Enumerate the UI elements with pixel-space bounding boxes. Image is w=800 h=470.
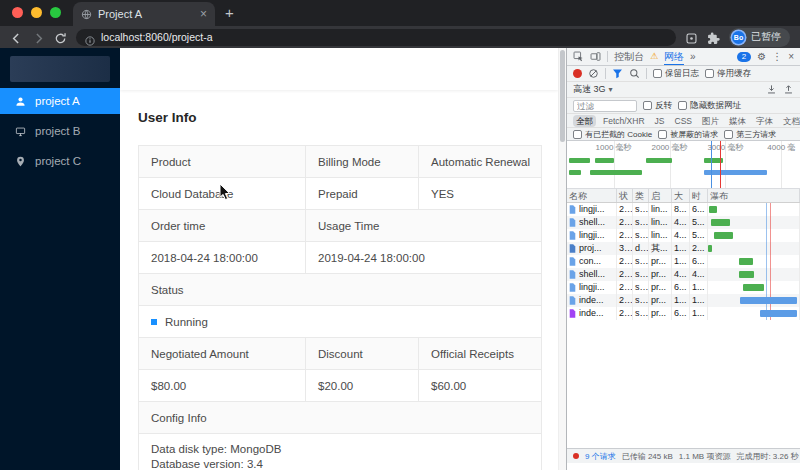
- browser-tab[interactable]: Project A ×: [73, 2, 215, 26]
- record-network-log-icon[interactable]: [573, 69, 582, 78]
- filter-funnel-icon[interactable]: [612, 68, 623, 79]
- sidebar-item-project-b[interactable]: project B: [0, 118, 120, 144]
- filter-chip[interactable]: Fetch/XHR: [600, 115, 648, 127]
- table-cell: Usage Time: [306, 210, 542, 242]
- scrollbar-thumb[interactable]: [560, 50, 565, 142]
- network-request-row[interactable]: inde... 2... s... pr... 6... 1...: [567, 307, 800, 320]
- table-cell: $60.00: [419, 370, 542, 402]
- more-tabs-icon[interactable]: »: [690, 52, 696, 62]
- extension-icon[interactable]: [685, 31, 698, 44]
- overview-bar: [590, 170, 641, 175]
- inspect-element-icon[interactable]: [573, 51, 584, 62]
- load-event-marker: [720, 141, 721, 188]
- network-request-row[interactable]: lingji... 2... s... lin... 8... 6...: [567, 203, 800, 216]
- network-request-row[interactable]: inde... 2... s... pr... 1... 1...: [567, 294, 800, 307]
- sidebar-item-project-a[interactable]: project A: [0, 88, 120, 114]
- filter-chip[interactable]: 文档: [780, 115, 800, 127]
- file-icon: [569, 309, 576, 318]
- column-header[interactable]: 名称: [567, 189, 617, 202]
- sidebar-item-label: project C: [35, 155, 81, 167]
- filter-chip[interactable]: 图片: [699, 115, 722, 127]
- file-icon: [569, 205, 576, 214]
- profile-sync-paused-button[interactable]: Bo 已暂停: [729, 28, 790, 47]
- table-cell: $80.00: [139, 370, 306, 402]
- network-overview-timeline[interactable]: 1000 毫秒 2000 毫秒 3000 毫秒 4000 毫: [567, 141, 800, 189]
- waterfall-bar: [739, 258, 753, 265]
- window-minimize-button[interactable]: [31, 7, 42, 18]
- table-cell: Data disk type: MongoDB Database version…: [139, 434, 542, 470]
- blocked-requests-checkbox[interactable]: 被屏蔽的请求: [658, 129, 718, 140]
- filter-chip[interactable]: JS: [652, 115, 668, 127]
- network-request-row[interactable]: lingji... 2... s... lin... 4... 5...: [567, 229, 800, 242]
- filter-chip[interactable]: 媒体: [726, 115, 749, 127]
- import-har-icon[interactable]: [766, 84, 777, 95]
- tab-close-icon[interactable]: ×: [200, 8, 207, 20]
- table-row: Negotiated Amount Discount Official Rece…: [139, 338, 542, 370]
- issues-badge[interactable]: 2: [737, 52, 751, 62]
- preserve-log-checkbox[interactable]: 保留日志: [653, 68, 699, 80]
- throttling-select[interactable]: 高速 3G ▾: [573, 83, 613, 96]
- network-filter-input[interactable]: [573, 100, 637, 112]
- export-har-icon[interactable]: [783, 84, 794, 95]
- network-request-row[interactable]: lingji... 2... s... pr... 6... 1...: [567, 281, 800, 294]
- more-options-icon[interactable]: ⋮: [772, 52, 782, 62]
- ruler-label: 2000 毫秒: [652, 142, 688, 153]
- device-toolbar-icon[interactable]: [590, 51, 601, 62]
- waterfall-bar: [711, 219, 730, 226]
- tab-console[interactable]: 控制台: [614, 48, 644, 66]
- filter-chip[interactable]: CSS: [672, 115, 695, 127]
- requests-count: 9 个请求: [585, 451, 616, 462]
- checkbox-icon: [573, 130, 582, 139]
- window-maximize-button[interactable]: [50, 7, 61, 18]
- request-filter-checks: 有已拦截的 Cookie 被屏蔽的请求 第三方请求: [567, 128, 800, 141]
- column-header[interactable]: 状: [617, 189, 633, 202]
- file-icon: [569, 244, 576, 253]
- avatar: Bo: [732, 31, 745, 44]
- tab-network[interactable]: 网络: [664, 48, 684, 66]
- column-header[interactable]: 类: [633, 189, 649, 202]
- reload-button[interactable]: [54, 31, 67, 44]
- back-button[interactable]: [10, 31, 23, 44]
- close-devtools-icon[interactable]: ×: [788, 52, 794, 62]
- recording-indicator: [573, 453, 579, 459]
- column-header[interactable]: 时: [690, 189, 708, 202]
- search-icon[interactable]: [629, 68, 640, 79]
- address-bar[interactable]: localhost:8060/project-a: [76, 29, 676, 46]
- overview-bar: [646, 158, 672, 163]
- network-request-row[interactable]: con... 2... s... pr... 1... 6...: [567, 255, 800, 268]
- column-header[interactable]: 大: [672, 189, 690, 202]
- disable-cache-checkbox[interactable]: 停用缓存: [705, 68, 751, 80]
- domcontentloaded-marker: [711, 141, 712, 188]
- new-tab-button[interactable]: +: [225, 5, 234, 20]
- window-close-button[interactable]: [12, 7, 23, 18]
- config-line: Database version: 3.4: [151, 457, 529, 470]
- toolbar-actions: Bo 已暂停: [685, 28, 790, 47]
- network-request-row[interactable]: shell... 2... s... lin... 4... 5...: [567, 216, 800, 229]
- table-cell: Billing Mode: [306, 146, 419, 178]
- overview-bar: [569, 170, 581, 175]
- forward-button[interactable]: [32, 31, 45, 44]
- extensions-puzzle-icon[interactable]: [707, 31, 720, 44]
- network-filter-row: 反转 隐藏数据网址: [567, 98, 800, 114]
- hide-data-urls-checkbox[interactable]: 隐藏数据网址: [678, 100, 741, 112]
- column-header[interactable]: 瀑布: [708, 189, 800, 202]
- clear-network-log-icon[interactable]: [588, 68, 599, 79]
- blocked-cookies-checkbox[interactable]: 有已拦截的 Cookie: [573, 129, 652, 140]
- third-party-requests-checkbox[interactable]: 第三方请求: [724, 129, 776, 140]
- filter-chip-all[interactable]: 全部: [573, 115, 596, 127]
- column-header[interactable]: 启: [649, 189, 672, 202]
- network-request-row[interactable]: shell... 2... s... pr... 4... 4...: [567, 268, 800, 281]
- sidebar-item-project-c[interactable]: project C: [0, 148, 120, 174]
- page-scrollbar[interactable]: [558, 48, 566, 470]
- checkbox-icon: [678, 101, 687, 110]
- filter-chip[interactable]: 字体: [753, 115, 776, 127]
- table-row: Config Info: [139, 402, 542, 434]
- network-request-row[interactable]: proj... 3... d... 其... 1... 2...: [567, 242, 800, 255]
- invert-filter-checkbox[interactable]: 反转: [643, 100, 672, 112]
- site-info-icon[interactable]: [85, 32, 95, 42]
- settings-gear-icon[interactable]: ⚙: [757, 52, 766, 62]
- sidebar-item-label: project A: [35, 95, 80, 107]
- devtools-panel: 控制台 ⚠ 网络 » 2 ⚙ ⋮ ×: [566, 48, 800, 470]
- table-cell: Official Receipts: [419, 338, 542, 370]
- url-text: localhost:8060/project-a: [101, 31, 213, 43]
